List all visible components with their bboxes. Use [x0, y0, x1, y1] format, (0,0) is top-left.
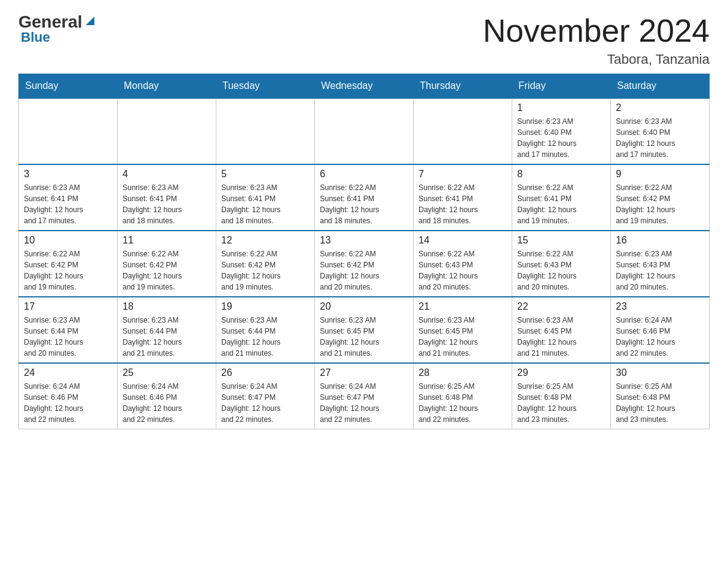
day-number: 19 [221, 301, 309, 312]
month-title: November 2024 [483, 12, 710, 49]
day-number: 10 [24, 235, 112, 246]
weekday-header-friday: Friday [512, 74, 611, 99]
day-info: Sunrise: 6:22 AMSunset: 6:43 PMDaylight:… [419, 248, 507, 293]
day-info: Sunrise: 6:22 AMSunset: 6:41 PMDaylight:… [517, 182, 605, 226]
calendar-day-cell: 25Sunrise: 6:24 AMSunset: 6:46 PMDayligh… [118, 363, 216, 429]
calendar-empty-cell [19, 98, 118, 164]
calendar-day-cell: 10Sunrise: 6:22 AMSunset: 6:42 PMDayligh… [19, 231, 118, 297]
day-number: 21 [419, 301, 507, 312]
day-info: Sunrise: 6:23 AMSunset: 6:45 PMDaylight:… [419, 315, 507, 359]
day-number: 17 [24, 301, 112, 312]
day-info: Sunrise: 6:22 AMSunset: 6:42 PMDaylight:… [221, 248, 309, 293]
day-info: Sunrise: 6:24 AMSunset: 6:46 PMDaylight:… [616, 315, 704, 359]
day-number: 22 [517, 301, 605, 312]
day-info: Sunrise: 6:22 AMSunset: 6:42 PMDaylight:… [24, 248, 112, 293]
title-block: November 2024 Tabora, Tanzania [483, 12, 710, 67]
weekday-header-saturday: Saturday [611, 74, 710, 99]
day-info: Sunrise: 6:22 AMSunset: 6:42 PMDaylight:… [123, 248, 211, 293]
day-number: 15 [517, 235, 605, 246]
weekday-header-tuesday: Tuesday [216, 74, 315, 99]
day-number: 28 [419, 367, 507, 378]
day-number: 29 [517, 367, 605, 378]
calendar-day-cell: 15Sunrise: 6:22 AMSunset: 6:43 PMDayligh… [512, 231, 611, 297]
weekday-header-sunday: Sunday [19, 74, 118, 99]
calendar-day-cell: 8Sunrise: 6:22 AMSunset: 6:41 PMDaylight… [512, 164, 611, 231]
day-number: 20 [320, 301, 408, 312]
day-info: Sunrise: 6:25 AMSunset: 6:48 PMDaylight:… [517, 381, 605, 425]
day-info: Sunrise: 6:23 AMSunset: 6:41 PMDaylight:… [24, 182, 112, 226]
calendar-day-cell: 23Sunrise: 6:24 AMSunset: 6:46 PMDayligh… [611, 297, 710, 363]
calendar-day-cell: 11Sunrise: 6:22 AMSunset: 6:42 PMDayligh… [118, 231, 216, 297]
page-header: General Blue November 2024 Tabora, Tanza… [18, 12, 710, 67]
calendar-week-row: 10Sunrise: 6:22 AMSunset: 6:42 PMDayligh… [19, 231, 710, 297]
calendar-empty-cell [216, 98, 315, 164]
day-info: Sunrise: 6:23 AMSunset: 6:43 PMDaylight:… [616, 248, 704, 293]
calendar-day-cell: 7Sunrise: 6:22 AMSunset: 6:41 PMDaylight… [414, 164, 512, 231]
calendar-week-row: 24Sunrise: 6:24 AMSunset: 6:46 PMDayligh… [19, 363, 710, 429]
calendar-day-cell: 30Sunrise: 6:25 AMSunset: 6:48 PMDayligh… [611, 363, 710, 429]
day-number: 2 [616, 102, 704, 113]
calendar-table: SundayMondayTuesdayWednesdayThursdayFrid… [18, 74, 710, 429]
logo-triangle-icon [83, 14, 97, 28]
calendar-day-cell: 29Sunrise: 6:25 AMSunset: 6:48 PMDayligh… [512, 363, 611, 429]
day-info: Sunrise: 6:24 AMSunset: 6:46 PMDaylight:… [24, 381, 112, 425]
day-number: 18 [123, 301, 211, 312]
calendar-week-row: 1Sunrise: 6:23 AMSunset: 6:40 PMDaylight… [19, 98, 710, 164]
logo: General Blue [18, 12, 97, 45]
day-number: 25 [123, 367, 211, 378]
calendar-empty-cell [414, 98, 512, 164]
day-info: Sunrise: 6:22 AMSunset: 6:43 PMDaylight:… [517, 248, 605, 293]
calendar-empty-cell [315, 98, 414, 164]
day-info: Sunrise: 6:24 AMSunset: 6:46 PMDaylight:… [123, 381, 211, 425]
weekday-header-monday: Monday [118, 74, 216, 99]
calendar-day-cell: 5Sunrise: 6:23 AMSunset: 6:41 PMDaylight… [216, 164, 315, 231]
day-number: 24 [24, 367, 112, 378]
day-info: Sunrise: 6:23 AMSunset: 6:44 PMDaylight:… [123, 315, 211, 359]
day-number: 14 [419, 235, 507, 246]
calendar-day-cell: 16Sunrise: 6:23 AMSunset: 6:43 PMDayligh… [611, 231, 710, 297]
day-number: 6 [320, 169, 408, 180]
day-info: Sunrise: 6:22 AMSunset: 6:41 PMDaylight:… [320, 182, 408, 226]
day-number: 27 [320, 367, 408, 378]
calendar-day-cell: 28Sunrise: 6:25 AMSunset: 6:48 PMDayligh… [414, 363, 512, 429]
calendar-day-cell: 24Sunrise: 6:24 AMSunset: 6:46 PMDayligh… [19, 363, 118, 429]
calendar-week-row: 17Sunrise: 6:23 AMSunset: 6:44 PMDayligh… [19, 297, 710, 363]
day-number: 30 [616, 367, 704, 378]
day-number: 16 [616, 235, 704, 246]
day-number: 1 [517, 102, 605, 113]
calendar-day-cell: 2Sunrise: 6:23 AMSunset: 6:40 PMDaylight… [611, 98, 710, 164]
calendar-header-row: SundayMondayTuesdayWednesdayThursdayFrid… [19, 74, 710, 99]
day-number: 26 [221, 367, 309, 378]
weekday-header-thursday: Thursday [414, 74, 512, 99]
calendar-day-cell: 19Sunrise: 6:23 AMSunset: 6:44 PMDayligh… [216, 297, 315, 363]
day-info: Sunrise: 6:23 AMSunset: 6:45 PMDaylight:… [320, 315, 408, 359]
day-info: Sunrise: 6:23 AMSunset: 6:44 PMDaylight:… [221, 315, 309, 359]
day-info: Sunrise: 6:23 AMSunset: 6:41 PMDaylight:… [123, 182, 211, 226]
calendar-day-cell: 14Sunrise: 6:22 AMSunset: 6:43 PMDayligh… [414, 231, 512, 297]
calendar-day-cell: 27Sunrise: 6:24 AMSunset: 6:47 PMDayligh… [315, 363, 414, 429]
calendar-day-cell: 20Sunrise: 6:23 AMSunset: 6:45 PMDayligh… [315, 297, 414, 363]
calendar-day-cell: 1Sunrise: 6:23 AMSunset: 6:40 PMDaylight… [512, 98, 611, 164]
calendar-day-cell: 9Sunrise: 6:22 AMSunset: 6:42 PMDaylight… [611, 164, 710, 231]
day-info: Sunrise: 6:24 AMSunset: 6:47 PMDaylight:… [320, 381, 408, 425]
day-info: Sunrise: 6:23 AMSunset: 6:40 PMDaylight:… [616, 116, 704, 160]
day-info: Sunrise: 6:23 AMSunset: 6:45 PMDaylight:… [517, 315, 605, 359]
svg-marker-0 [86, 17, 94, 25]
location-title: Tabora, Tanzania [483, 52, 710, 67]
day-info: Sunrise: 6:23 AMSunset: 6:44 PMDaylight:… [24, 315, 112, 359]
day-info: Sunrise: 6:22 AMSunset: 6:42 PMDaylight:… [320, 248, 408, 293]
calendar-day-cell: 12Sunrise: 6:22 AMSunset: 6:42 PMDayligh… [216, 231, 315, 297]
calendar-day-cell: 22Sunrise: 6:23 AMSunset: 6:45 PMDayligh… [512, 297, 611, 363]
calendar-day-cell: 26Sunrise: 6:24 AMSunset: 6:47 PMDayligh… [216, 363, 315, 429]
day-number: 13 [320, 235, 408, 246]
weekday-header-wednesday: Wednesday [315, 74, 414, 99]
calendar-empty-cell [118, 98, 216, 164]
day-info: Sunrise: 6:23 AMSunset: 6:40 PMDaylight:… [517, 116, 605, 160]
day-number: 11 [123, 235, 211, 246]
calendar-day-cell: 21Sunrise: 6:23 AMSunset: 6:45 PMDayligh… [414, 297, 512, 363]
calendar-week-row: 3Sunrise: 6:23 AMSunset: 6:41 PMDaylight… [19, 164, 710, 231]
calendar-day-cell: 18Sunrise: 6:23 AMSunset: 6:44 PMDayligh… [118, 297, 216, 363]
day-info: Sunrise: 6:25 AMSunset: 6:48 PMDaylight:… [616, 381, 704, 425]
day-number: 8 [517, 169, 605, 180]
calendar-day-cell: 3Sunrise: 6:23 AMSunset: 6:41 PMDaylight… [19, 164, 118, 231]
